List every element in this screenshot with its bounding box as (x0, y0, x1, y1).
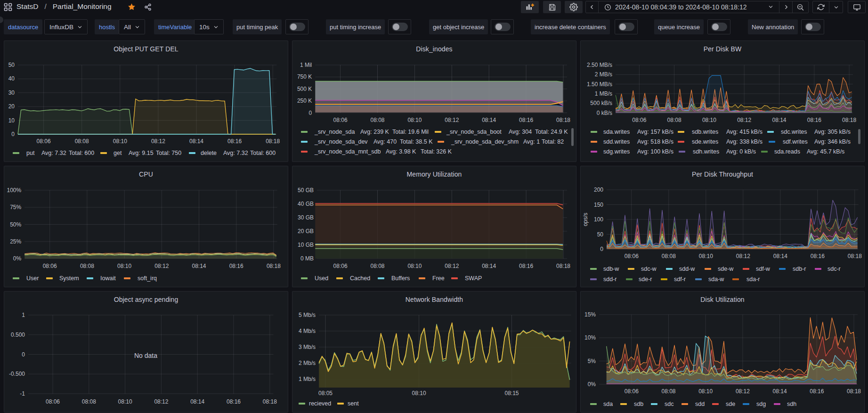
svg-text:08:08: 08:08 (661, 388, 675, 395)
svg-text:750 K: 750 K (297, 73, 312, 80)
svg-text:08:08: 08:08 (82, 398, 96, 405)
svg-text:08:08: 08:08 (667, 117, 681, 123)
svg-text:08:12: 08:12 (736, 388, 750, 395)
svg-text:0: 0 (309, 110, 312, 116)
svg-text:08:06: 08:06 (333, 263, 348, 269)
svg-text:1 Mb/s: 1 Mb/s (299, 376, 316, 382)
svg-text:08:18: 08:18 (263, 398, 277, 405)
svg-text:08:06: 08:06 (625, 388, 639, 395)
svg-text:08:12: 08:12 (154, 398, 168, 405)
svg-text:08:10: 08:10 (118, 398, 132, 405)
svg-text:08:14: 08:14 (772, 117, 786, 123)
svg-text:50: 50 (8, 62, 15, 68)
svg-text:08:06: 08:06 (46, 398, 60, 405)
svg-text:08:15: 08:15 (504, 390, 519, 397)
svg-text:08:06: 08:06 (632, 117, 646, 123)
svg-text:3 Mb/s: 3 Mb/s (299, 344, 316, 350)
svg-text:08:08: 08:08 (662, 253, 676, 259)
svg-text:08:10: 08:10 (412, 390, 426, 397)
svg-text:5 Mb/s: 5 Mb/s (299, 312, 316, 318)
svg-text:20 GB: 20 GB (298, 228, 314, 235)
svg-text:08:10: 08:10 (702, 117, 716, 123)
svg-text:100%: 100% (7, 187, 21, 194)
svg-text:08:18: 08:18 (847, 388, 861, 395)
svg-text:08:08: 08:08 (80, 263, 94, 269)
svg-text:250 K: 250 K (297, 97, 312, 104)
svg-text:08:18: 08:18 (556, 117, 570, 123)
svg-text:08:18: 08:18 (266, 138, 280, 145)
svg-text:08:10: 08:10 (113, 138, 127, 145)
svg-text:08:10: 08:10 (698, 388, 713, 395)
svg-text:08:18: 08:18 (848, 253, 862, 259)
svg-text:20: 20 (8, 103, 15, 110)
svg-text:30 GB: 30 GB (298, 214, 314, 221)
svg-text:500 K: 500 K (297, 86, 312, 92)
svg-text:08:18: 08:18 (267, 263, 281, 269)
svg-text:08:16: 08:16 (811, 253, 825, 259)
svg-text:08:12: 08:12 (736, 253, 750, 259)
svg-text:08:14: 08:14 (189, 138, 203, 145)
svg-text:500 kB/s: 500 kB/s (590, 100, 612, 106)
svg-text:1.50 MB/s: 1.50 MB/s (587, 81, 612, 88)
svg-text:08:12: 08:12 (737, 117, 751, 123)
svg-text:08:16: 08:16 (227, 138, 242, 145)
svg-text:25%: 25% (10, 238, 21, 245)
svg-text:0%: 0% (588, 381, 596, 388)
svg-text:08:12: 08:12 (445, 117, 459, 123)
svg-text:30: 30 (8, 89, 15, 96)
svg-text:-0.500: -0.500 (9, 371, 25, 377)
svg-text:08:10: 08:10 (117, 263, 131, 269)
svg-text:08:06: 08:06 (625, 253, 639, 259)
svg-text:08:14: 08:14 (482, 117, 496, 123)
svg-text:200: 200 (594, 186, 603, 193)
svg-text:50: 50 (597, 231, 604, 238)
svg-text:08:10: 08:10 (407, 263, 422, 269)
svg-text:0 kB/s: 0 kB/s (597, 110, 612, 116)
svg-text:50%: 50% (10, 221, 21, 228)
svg-text:0: 0 (11, 131, 15, 138)
svg-text:10%: 10% (584, 334, 596, 341)
svg-text:08:10: 08:10 (699, 253, 713, 259)
svg-text:08:06: 08:06 (333, 117, 348, 123)
svg-text:75%: 75% (10, 204, 21, 211)
svg-text:0 MB: 0 MB (300, 255, 314, 262)
svg-text:1: 1 (22, 312, 25, 318)
svg-text:0: 0 (600, 246, 603, 252)
svg-text:40: 40 (8, 75, 15, 82)
svg-text:08:18: 08:18 (556, 263, 570, 269)
svg-text:08:16: 08:16 (807, 117, 821, 123)
svg-text:08:16: 08:16 (810, 388, 824, 395)
svg-text:2 MB/s: 2 MB/s (595, 71, 612, 78)
svg-text:08:16: 08:16 (519, 117, 533, 123)
svg-text:08:14: 08:14 (192, 263, 206, 269)
svg-text:5%: 5% (588, 358, 596, 364)
svg-text:10: 10 (8, 117, 15, 124)
svg-text:08:08: 08:08 (370, 117, 384, 123)
svg-text:08:16: 08:16 (227, 398, 241, 405)
svg-text:150: 150 (594, 202, 603, 208)
svg-text:4 Mb/s: 4 Mb/s (299, 328, 316, 334)
svg-text:08:08: 08:08 (75, 138, 89, 145)
svg-text:2.50 MB/s: 2.50 MB/s (587, 62, 612, 68)
svg-text:100: 100 (594, 216, 603, 223)
svg-text:08:16: 08:16 (229, 263, 243, 269)
svg-text:08:10: 08:10 (407, 117, 422, 123)
svg-text:08:05: 08:05 (318, 390, 333, 397)
svg-text:08:06: 08:06 (43, 263, 57, 269)
svg-text:08:06: 08:06 (37, 138, 51, 145)
svg-text:10 GB: 10 GB (298, 242, 314, 248)
svg-text:08:14: 08:14 (190, 398, 204, 405)
svg-text:-1: -1 (20, 390, 25, 397)
svg-text:08:14: 08:14 (773, 388, 787, 395)
svg-text:15%: 15% (584, 311, 596, 318)
svg-text:2 Mb/s: 2 Mb/s (299, 360, 316, 366)
svg-text:0%: 0% (13, 255, 22, 262)
svg-text:08:08: 08:08 (370, 263, 384, 269)
svg-text:08:14: 08:14 (482, 263, 496, 269)
svg-text:0: 0 (22, 351, 25, 358)
svg-text:50 GB: 50 GB (298, 187, 314, 194)
svg-text:08:18: 08:18 (842, 117, 856, 123)
svg-text:08:14: 08:14 (773, 253, 787, 259)
svg-text:0.500: 0.500 (11, 332, 25, 338)
svg-text:08:12: 08:12 (151, 138, 165, 145)
